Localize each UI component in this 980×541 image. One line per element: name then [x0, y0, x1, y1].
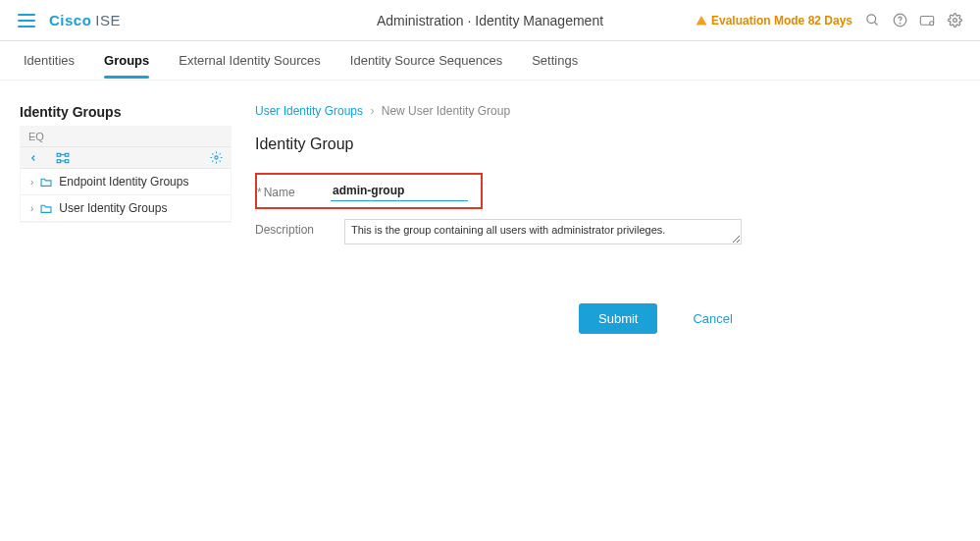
content: Identity Groups EQ › [0, 81, 980, 334]
name-input[interactable] [331, 181, 468, 201]
tab-bar: Identities Groups External Identity Sour… [0, 41, 980, 81]
tree-item-label: User Identity Groups [59, 201, 167, 215]
breadcrumb-link[interactable]: User Identity Groups [255, 104, 363, 118]
svg-rect-7 [57, 153, 61, 156]
chevron-right-icon: › [30, 203, 33, 214]
sidebar: Identity Groups EQ › [20, 104, 232, 334]
cancel-button[interactable]: Cancel [693, 311, 732, 326]
menu-icon[interactable] [18, 14, 35, 27]
tab-settings[interactable]: Settings [532, 43, 578, 78]
name-field-highlight: *Name [255, 173, 483, 209]
folder-icon [39, 203, 53, 214]
sidebar-panel: EQ › Endpo [20, 126, 232, 223]
topbar: CiscoISE Administration · Identity Manag… [0, 0, 980, 41]
gear-icon[interactable] [210, 151, 223, 164]
description-label: Description [255, 219, 329, 237]
tab-external-identity-sources[interactable]: External Identity Sources [179, 43, 321, 78]
sidebar-title: Identity Groups [20, 104, 232, 120]
tab-identities[interactable]: Identities [24, 43, 75, 78]
help-icon[interactable] [892, 13, 907, 28]
svg-rect-9 [65, 153, 69, 156]
topbar-right: Evaluation Mode 82 Days [696, 13, 962, 28]
tree-item-user-groups[interactable]: › User Identity Groups [21, 195, 231, 222]
sidebar-toolbar [21, 147, 231, 169]
svg-point-0 [866, 15, 875, 24]
tree-item-endpoint-groups[interactable]: › Endpoint Identity Groups [21, 169, 231, 195]
svg-rect-8 [57, 159, 61, 162]
warning-icon [696, 15, 707, 27]
search-icon[interactable] [864, 13, 880, 28]
submit-button[interactable]: Submit [579, 303, 657, 334]
brand-secondary: ISE [95, 12, 121, 28]
page-heading: Identity Group [255, 135, 921, 153]
tree-item-label: Endpoint Identity Groups [59, 175, 188, 189]
svg-point-3 [900, 23, 901, 24]
filter-icon: EQ [28, 131, 44, 142]
tab-groups[interactable]: Groups [104, 43, 149, 78]
breadcrumb-current: New User Identity Group [382, 104, 510, 118]
svg-point-13 [215, 156, 218, 159]
brand-logo: CiscoISE [49, 12, 121, 28]
svg-rect-10 [65, 159, 69, 162]
brand-primary: Cisco [49, 12, 91, 28]
evaluation-badge[interactable]: Evaluation Mode 82 Days [696, 14, 852, 27]
folder-icon [39, 177, 53, 188]
back-icon[interactable] [28, 153, 38, 163]
settings-icon[interactable] [947, 13, 962, 28]
tab-identity-source-sequences[interactable]: Identity Source Sequences [350, 43, 502, 78]
main-panel: User Identity Groups › New User Identity… [255, 104, 960, 334]
description-row: Description [255, 219, 921, 244]
description-input[interactable] [344, 219, 742, 244]
svg-point-6 [953, 19, 956, 23]
tree-icon[interactable] [56, 152, 70, 164]
form-actions: Submit Cancel [579, 303, 921, 334]
name-label: *Name [257, 184, 331, 199]
chevron-right-icon: › [30, 177, 33, 188]
svg-line-1 [874, 22, 877, 25]
svg-point-5 [930, 22, 934, 26]
eval-text: Evaluation Mode 82 Days [711, 14, 852, 27]
breadcrumb: User Identity Groups › New User Identity… [255, 104, 921, 118]
notifications-icon[interactable] [919, 13, 935, 28]
sidebar-search[interactable]: EQ [21, 127, 231, 147]
page-title: Administration · Identity Management [377, 13, 603, 28]
chevron-right-icon: › [370, 104, 374, 118]
